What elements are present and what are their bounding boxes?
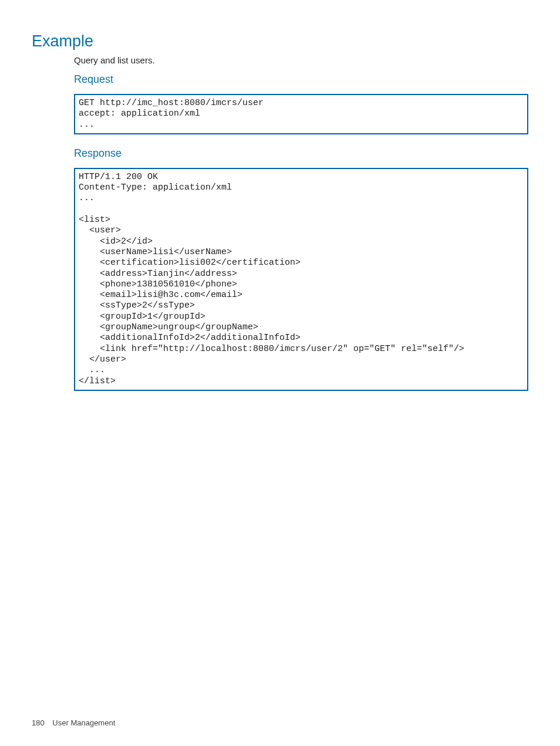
page-footer: 180 User Management bbox=[32, 718, 115, 727]
request-code-block: GET http://imc_host:8080/imcrs/user acce… bbox=[74, 94, 528, 134]
heading-request: Request bbox=[74, 73, 528, 86]
heading-response: Response bbox=[74, 147, 528, 160]
heading-example: Example bbox=[32, 32, 528, 50]
page-content: Example Query and list users. Request GE… bbox=[0, 0, 560, 391]
response-code-block: HTTP/1.1 200 OK Content-Type: applicatio… bbox=[74, 168, 528, 391]
intro-text: Query and list users. bbox=[74, 55, 528, 65]
page-number: 180 bbox=[32, 718, 45, 727]
footer-section: User Management bbox=[52, 718, 115, 727]
